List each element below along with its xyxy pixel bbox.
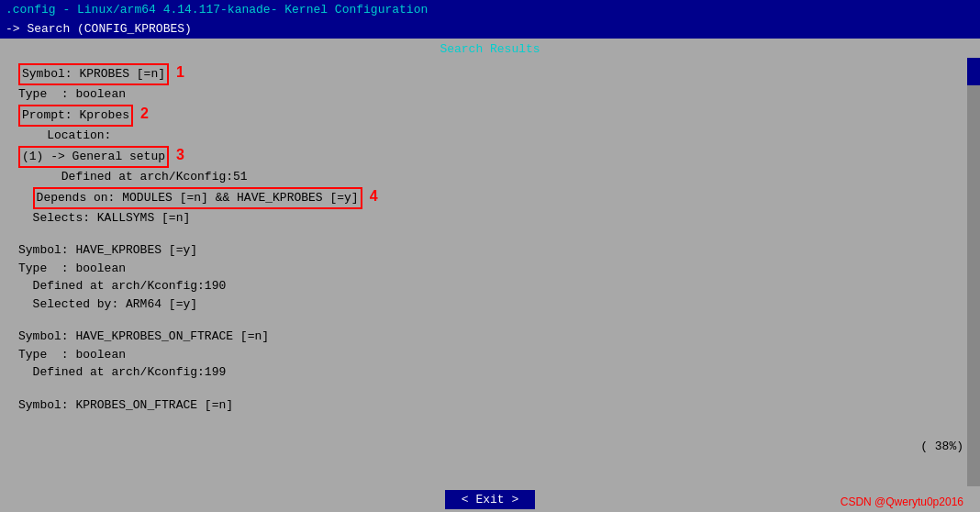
result-line: Symbol: KPROBES_ON_FTRACE [=n] [18,396,962,415]
symbol-kprobes-box: Symbol: KPROBES [=n] [18,63,169,85]
result-line: Prompt: Kprobes2 [18,103,962,127]
result-line: Type : boolean [18,260,962,278]
location-box: (1) -> General setup [18,146,169,168]
annotation-3: 3 [176,144,184,166]
result-block-4: Symbol: KPROBES_ON_FTRACE [=n] [18,396,962,415]
results-area: Symbol: KPROBES [=n]1 Type : boolean Pro… [0,58,980,486]
watermark: CSDN @Qwerytu0p2016 [841,495,963,508]
breadcrumb-text: -> Search (CONFIG_KPROBES) [6,22,192,36]
result-line: (1) -> General setup3 [18,144,962,168]
percentage: ( 38%) [920,440,963,453]
result-block-1: Symbol: KPROBES [=n]1 Type : boolean Pro… [18,61,962,227]
result-block-3: Symbol: HAVE_KPROBES_ON_FTRACE [=n] Type… [18,328,962,382]
title-text: .config - Linux/arm64 4.14.117-kanade- K… [6,3,428,17]
bottom-bar: < Exit > CSDN @Qwerytu0p2016 [0,486,980,512]
scroll-thumb[interactable] [967,58,980,85]
title-bar: .config - Linux/arm64 4.14.117-kanade- K… [0,0,980,20]
app: .config - Linux/arm64 4.14.117-kanade- K… [0,0,980,512]
breadcrumb-bar: -> Search (CONFIG_KPROBES) [0,20,980,39]
search-results-header: Search Results [0,39,980,58]
result-line: Selects: KALLSYMS [=n] [18,209,962,228]
result-line: Depends on: MODULES [=n] && HAVE_KPROBES… [18,185,962,209]
annotation-4: 4 [370,185,378,207]
result-line: Type : boolean [18,346,962,364]
annotation-1: 1 [176,61,184,83]
prompt-kprobes-box: Prompt: Kprobes [18,105,133,127]
result-line: Defined at arch/Kconfig:51 [18,168,962,186]
scrollbar[interactable] [967,58,980,486]
annotation-2: 2 [140,103,149,125]
result-block-2: Symbol: HAVE_KPROBES [=y] Type : boolean… [18,241,962,313]
result-line: Symbol: HAVE_KPROBES [=y] [18,241,962,260]
result-line: Selected by: ARM64 [=y] [18,295,962,314]
exit-button[interactable]: < Exit > [445,490,535,509]
result-line: Type : boolean [18,85,962,104]
result-line: Location: [18,127,962,145]
result-line: Symbol: HAVE_KPROBES_ON_FTRACE [=n] [18,328,962,346]
depends-box: Depends on: MODULES [=n] && HAVE_KPROBES… [33,187,362,209]
main-content: Search Results Symbol: KPROBES [=n]1 Typ… [0,39,980,512]
result-line: Symbol: KPROBES [=n]1 [18,61,962,85]
result-line: Defined at arch/Kconfig:199 [18,363,962,382]
result-line: Defined at arch/Kconfig:190 [18,277,962,295]
